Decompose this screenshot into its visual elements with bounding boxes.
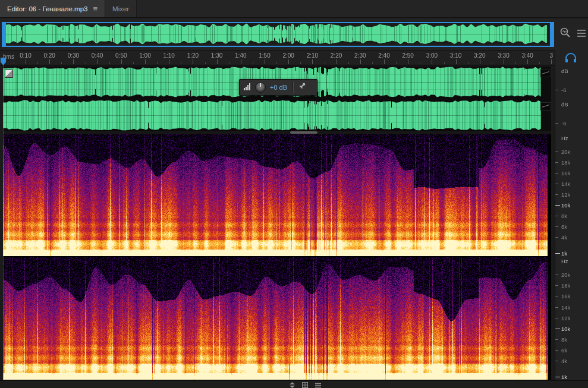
- ruler-tick-mark: [337, 59, 337, 64]
- fade-handle-icon[interactable]: [540, 102, 551, 111]
- ruler-tick-mark: [384, 59, 385, 64]
- spectrogram-right-channel[interactable]: [3, 257, 551, 380]
- hz-scale-tick: [555, 361, 558, 361]
- ruler-tick-mark: [456, 59, 457, 64]
- headphones-icon[interactable]: [564, 52, 577, 66]
- hz-scale-tick: [555, 285, 558, 286]
- ruler-minor-tick: [539, 62, 540, 64]
- fade-handle-icon[interactable]: [540, 69, 551, 77]
- clip-grabber-icon[interactable]: [5, 70, 13, 78]
- hz-scale-tick: [555, 237, 558, 238]
- gain-value[interactable]: +0 dB: [270, 84, 287, 91]
- tab-mixer[interactable]: Mixer: [105, 0, 137, 17]
- hz-scale-label: 1k: [561, 250, 567, 257]
- ruler-tick-label: 1:40: [235, 52, 246, 59]
- ruler-tick-mark: [551, 59, 552, 64]
- hz-scale-unit: Hz: [561, 258, 568, 264]
- db-scale-unit: dB: [561, 68, 568, 74]
- hz-scale-tick: [555, 162, 558, 163]
- scroll-arrows-icon[interactable]: [290, 380, 295, 388]
- ruler-tick-mark: [73, 59, 74, 64]
- hz-scale-tick: [555, 152, 558, 152]
- ruler-tick-label: 0:20: [43, 52, 55, 59]
- ruler-tick-label: 3:00: [426, 52, 438, 59]
- hz-scale-label: 12k: [561, 191, 570, 198]
- overview-waveform[interactable]: [5, 23, 549, 45]
- db-scale-tick: [555, 90, 558, 90]
- zoom-navigator-icon[interactable]: [559, 27, 571, 41]
- hz-scale-tick: [555, 350, 558, 351]
- pin-icon[interactable]: [298, 82, 306, 93]
- db-scale-tick-label: -6: [561, 120, 566, 127]
- ruler-tick-label: 3: [550, 52, 554, 59]
- hz-scale-label: 10k: [561, 326, 570, 332]
- zoom-handle-right[interactable]: [550, 22, 554, 47]
- ruler-tick-mark: [98, 59, 98, 64]
- hz-scale-tick: [555, 205, 560, 206]
- menu-lines-icon[interactable]: [315, 380, 321, 388]
- ruler-tick-mark: [145, 59, 146, 64]
- ruler-minor-tick: [109, 62, 110, 64]
- hz-scale-unit: Hz: [561, 135, 568, 141]
- hz-scale-label: 18k: [561, 282, 570, 289]
- hz-scale-tick: [555, 173, 558, 174]
- ruler-tick-label: 2:30: [354, 52, 366, 59]
- hz-scale-label: 10k: [561, 202, 570, 209]
- ruler-tick-label: 0:40: [92, 52, 103, 59]
- ruler-tick-label: 2:50: [402, 52, 413, 59]
- panel-menu-icon[interactable]: ≡: [93, 4, 98, 13]
- ruler-tick-mark: [26, 59, 26, 64]
- ruler-tick-label: 2:00: [282, 52, 294, 59]
- hz-scale-tick: [555, 307, 558, 308]
- hz-scale-label: 6k: [561, 347, 567, 354]
- timeline-ruler[interactable]: hms 0:100:200:300:400:501:001:101:201:30…: [0, 50, 555, 65]
- zoom-navigator: [0, 18, 588, 50]
- hz-scale-label: 6k: [561, 223, 567, 230]
- hz-scale-label: 14k: [561, 304, 570, 311]
- hz-scale-label: 20k: [561, 272, 570, 278]
- ruler-tick-label: 1:50: [259, 52, 270, 59]
- ruler-minor-tick: [300, 62, 301, 64]
- tab-editor[interactable]: Editor: 06 - Генанале.mp3 ≡: [0, 0, 105, 17]
- ruler-minor-tick: [492, 62, 492, 64]
- ruler-tick-mark: [480, 59, 480, 64]
- ruler-minor-tick: [157, 62, 158, 64]
- tab-editor-label: Editor: 06 - Генанале.mp3: [7, 5, 87, 12]
- hz-scale-label: 8k: [561, 213, 567, 219]
- ruler-minor-tick: [37, 62, 38, 64]
- audition-editor-panel: Editor: 06 - Генанале.mp3 ≡ Mixer hms 0:…: [0, 0, 588, 388]
- hz-scale-label: 16k: [561, 293, 570, 299]
- horizontal-scrollbar-thumb[interactable]: [290, 131, 317, 134]
- hz-scale-label: 4k: [561, 358, 567, 364]
- ruler-minor-tick: [253, 62, 253, 64]
- gain-knob[interactable]: [255, 82, 266, 93]
- ruler-tick-label: 1:20: [187, 52, 199, 59]
- grid-icon[interactable]: [302, 380, 308, 388]
- hz-scale-label: 18k: [561, 159, 570, 166]
- ruler-tick-label: 3:30: [498, 52, 509, 59]
- hz-scale-tick: [555, 339, 558, 340]
- ruler-tick-label: 2:20: [331, 52, 342, 59]
- zoom-handle-left[interactable]: [2, 22, 6, 47]
- ruler-minor-tick: [515, 62, 516, 64]
- hz-scale-tick: [555, 216, 558, 216]
- levels-icon: [244, 82, 251, 93]
- waveform-right-channel[interactable]: [3, 100, 551, 131]
- ruler-tick-label: 0:30: [68, 52, 79, 59]
- ruler-tick-label: 3:20: [474, 52, 485, 59]
- ruler-tick-mark: [169, 59, 169, 64]
- ruler-tick-label: 3:10: [450, 52, 461, 59]
- db-scale-tick: [555, 123, 558, 124]
- hz-scale-tick: [555, 194, 558, 195]
- spectrogram-left-channel[interactable]: [3, 134, 551, 256]
- zoom-range-bottom-edge[interactable]: [2, 46, 554, 47]
- ruler-tick-mark: [312, 59, 313, 64]
- ruler-minor-tick: [205, 62, 206, 64]
- hz-scale-label: 8k: [561, 336, 567, 343]
- ruler-tick-label: 2:10: [307, 52, 318, 59]
- panel-options-icon[interactable]: [576, 29, 587, 40]
- gain-hud[interactable]: +0 dB: [239, 79, 317, 96]
- ruler-tick-mark: [527, 59, 528, 64]
- hz-scale-label: 1k: [561, 374, 567, 380]
- ruler-tick-mark: [217, 59, 218, 64]
